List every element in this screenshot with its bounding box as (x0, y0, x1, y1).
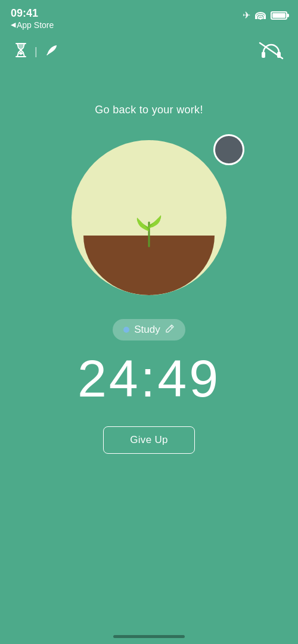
divider: | (35, 45, 38, 58)
icons-left: | (14, 42, 58, 61)
home-indicator (113, 635, 185, 638)
status-right: ✈ (243, 7, 287, 21)
leaf-icon[interactable] (45, 43, 58, 61)
plant-container (0, 140, 298, 295)
headphones-slash-icon[interactable] (259, 42, 284, 62)
tag-label: Study (134, 324, 160, 336)
tag-dot (123, 327, 129, 333)
give-up-button[interactable]: Give Up (103, 426, 195, 454)
airplane-icon: ✈ (243, 10, 250, 21)
progress-button[interactable] (213, 134, 244, 165)
status-bar: 09:41 App Store ✈ (0, 0, 298, 33)
tag-chip[interactable]: Study (113, 319, 185, 340)
motivation-text: Go back to your work! (0, 104, 298, 116)
svg-line-5 (170, 326, 172, 328)
svg-rect-1 (262, 52, 265, 58)
plant-illustration (119, 205, 179, 255)
icons-bar: | (0, 36, 298, 68)
status-time: 09:41 (11, 7, 54, 20)
wifi-icon (255, 11, 266, 20)
hourglass-icon[interactable] (14, 42, 27, 61)
plant-circle (72, 140, 226, 295)
status-left: 09:41 App Store (11, 7, 54, 30)
tag-edit-icon[interactable] (165, 324, 175, 336)
back-button[interactable]: App Store (11, 20, 54, 30)
timer-display: 24:49 (0, 352, 298, 405)
battery-icon (271, 11, 287, 20)
